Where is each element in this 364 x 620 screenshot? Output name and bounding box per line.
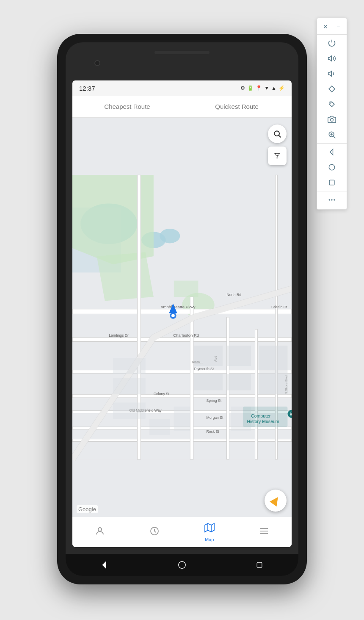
tab-bar: Cheapest Route Quickest Route (72, 96, 292, 118)
svg-rect-17 (255, 329, 258, 459)
svg-rect-39 (113, 378, 146, 394)
location-arrow-icon (270, 495, 281, 507)
svg-rect-38 (113, 358, 146, 374)
svg-marker-79 (330, 149, 333, 155)
svg-point-3 (160, 229, 180, 244)
map-svg: Amphitheatre Pkwy Charleston Rd Stierlin… (72, 118, 292, 517)
svg-text:Rock St: Rock St (207, 429, 220, 434)
svg-text:Computer: Computer (251, 413, 271, 418)
svg-rect-33 (194, 346, 223, 366)
nav-item-map[interactable]: Map (197, 523, 222, 542)
svg-text:Spring St: Spring St (207, 399, 222, 403)
svg-rect-36 (227, 374, 251, 390)
location-icon: 📍 (256, 85, 262, 91)
map-area: Amphitheatre Pkwy Charleston Rd Stierlin… (72, 118, 292, 517)
svg-point-50 (171, 314, 175, 317)
wifi-icon: ▼ (264, 85, 269, 91)
svg-marker-71 (328, 71, 332, 76)
location-button[interactable] (265, 490, 287, 512)
volume-down-button[interactable] (317, 66, 347, 81)
camera-button[interactable] (317, 112, 347, 127)
svg-text:North Rd: North Rd (227, 293, 242, 297)
rotate-cw-button[interactable] (317, 81, 347, 97)
power-button[interactable] (317, 36, 347, 51)
svg-rect-35 (194, 374, 223, 390)
filter-button[interactable] (268, 147, 287, 165)
nav-item-profile[interactable] (87, 526, 113, 539)
svg-text:Stierlin Ct: Stierlin Ct (271, 305, 287, 309)
svg-text:Charleston Rd: Charleston Rd (173, 333, 199, 338)
minimize-button[interactable]: − (333, 22, 343, 32)
svg-rect-9 (72, 370, 292, 374)
svg-text:Landings Dr: Landings Dr (109, 333, 129, 338)
phone-speaker (154, 51, 210, 54)
svg-point-82 (329, 199, 330, 200)
svg-point-83 (331, 199, 332, 200)
svg-rect-72 (329, 86, 335, 92)
svg-rect-37 (259, 346, 287, 394)
profile-icon (95, 526, 105, 539)
home-nav-button[interactable] (317, 160, 347, 175)
nav-item-menu[interactable] (251, 526, 277, 539)
svg-rect-69 (257, 562, 262, 567)
svg-text:Morgan St: Morgan St (207, 415, 223, 420)
svg-marker-61 (205, 523, 214, 532)
svg-point-68 (179, 562, 186, 569)
svg-point-59 (98, 528, 102, 531)
svg-text:🏛: 🏛 (290, 411, 292, 416)
svg-rect-73 (329, 102, 334, 107)
svg-rect-7 (72, 309, 292, 314)
tab-cheapest[interactable]: Cheapest Route (72, 96, 182, 117)
status-icons: ⚙ 🔋 📍 ▼ ▲ ⚡ (240, 85, 285, 91)
svg-rect-34 (227, 346, 251, 366)
android-recent-button[interactable] (253, 558, 266, 572)
menu-icon (259, 526, 269, 539)
back-nav-button[interactable] (317, 144, 347, 160)
android-nav (66, 554, 298, 576)
svg-rect-42 (174, 407, 190, 431)
android-home-button[interactable] (175, 558, 189, 572)
signal-icon: ▲ (271, 85, 276, 91)
rotate-ccw-button[interactable] (317, 97, 347, 112)
page-wrapper: 12:37 ⚙ 🔋 📍 ▼ ▲ ⚡ Cheapest Route (0, 0, 364, 620)
bottom-nav: Map (72, 517, 292, 547)
svg-rect-40 (113, 402, 146, 418)
svg-rect-6 (174, 281, 199, 297)
phone-camera (94, 60, 100, 66)
svg-marker-67 (102, 562, 105, 568)
tab-quickest[interactable]: Quickest Route (182, 96, 292, 117)
volume-up-button[interactable] (317, 51, 347, 66)
settings-icon: ⚙ (240, 85, 245, 91)
search-button[interactable] (268, 125, 287, 143)
phone-container: 12:37 ⚙ 🔋 📍 ▼ ▲ ⚡ Cheapest Route (57, 34, 307, 584)
svg-point-51 (274, 131, 279, 136)
history-icon (149, 526, 160, 539)
svg-line-52 (279, 136, 281, 138)
window-controls: ✕ − (317, 20, 347, 33)
android-back-button[interactable] (98, 558, 111, 572)
recent-nav-button[interactable] (317, 175, 347, 190)
svg-marker-70 (328, 56, 332, 61)
battery-icon: 🔋 (247, 85, 254, 91)
svg-text:Amphitheatre Pkwy: Amphitheatre Pkwy (160, 304, 196, 309)
svg-rect-8 (72, 338, 292, 342)
status-time: 12:37 (79, 85, 95, 92)
svg-point-84 (334, 199, 335, 200)
nav-item-history[interactable] (142, 526, 167, 539)
nav-label-map: Map (205, 537, 214, 542)
status-bar: 12:37 ⚙ 🔋 📍 ▼ ▲ ⚡ (72, 80, 292, 96)
svg-text:Colony St: Colony St (154, 392, 170, 396)
svg-line-76 (334, 136, 336, 138)
svg-point-74 (331, 119, 334, 122)
more-button[interactable] (317, 192, 347, 208)
zoom-in-button[interactable] (317, 127, 347, 142)
map-controls (268, 125, 287, 165)
close-button[interactable]: ✕ (320, 22, 331, 32)
charging-icon: ⚡ (279, 85, 285, 91)
svg-point-80 (329, 164, 334, 170)
svg-rect-41 (149, 419, 170, 435)
phone-inner: 12:37 ⚙ 🔋 📍 ▼ ▲ ⚡ Cheapest Route (66, 42, 298, 576)
device-controls-panel: ✕ − (317, 18, 347, 210)
svg-rect-81 (329, 180, 334, 185)
svg-text:Plymouth St: Plymouth St (194, 367, 214, 371)
